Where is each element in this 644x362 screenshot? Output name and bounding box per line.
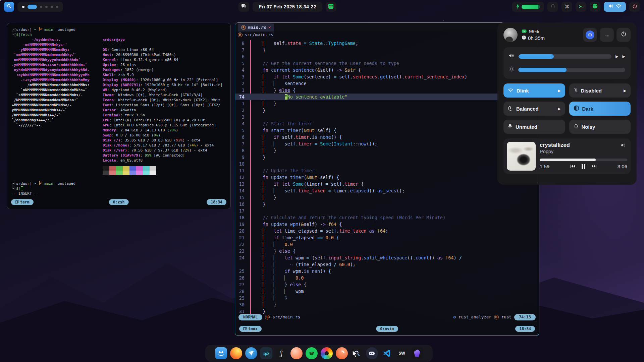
messages-button[interactable] <box>238 2 249 12</box>
code-line[interactable]: 8 ▏ } <box>235 147 539 154</box>
launcher-button[interactable] <box>4 2 14 12</box>
workspace-dot-1[interactable] <box>22 6 24 8</box>
dock-app-spotify[interactable] <box>306 347 318 359</box>
dock-app-discord[interactable] <box>366 347 378 359</box>
prompt-line-4[interactable]: └[$] <box>12 186 75 191</box>
code-line[interactable]: 6 <box>235 53 539 60</box>
toggle-microphone[interactable]: Unmuted <box>503 120 565 134</box>
code-line[interactable]: 9 } <box>235 154 539 161</box>
code-line[interactable]: 10 <box>235 161 539 167</box>
tab-main-rs[interactable]: R main.rs × <box>238 23 274 32</box>
code-line[interactable]: 25 ▏ ▏ if wpm.is_nan() { <box>235 268 539 275</box>
code-line[interactable]: 17 <box>235 207 539 214</box>
dock-app-thunderbird[interactable] <box>245 347 257 359</box>
sound-network-button[interactable] <box>604 2 626 12</box>
toggle-bluetooth[interactable]: Disabled ▶ <box>569 83 631 98</box>
avatar[interactable] <box>503 28 518 42</box>
code-line[interactable]: 3 <box>235 114 539 120</box>
player-output-icon[interactable] <box>621 142 626 148</box>
next-track-button[interactable] <box>591 164 597 169</box>
code-line[interactable]: 5 fn start_timer(&mut self) { <box>235 127 539 134</box>
code-line[interactable]: 8 ▏ self.state = State::TypingGame; <box>235 40 539 47</box>
code-line[interactable]: 26 ▏ ▏ ▏ 0.0 <box>235 275 539 281</box>
code-line[interactable]: 1 ▏ } <box>235 100 539 107</box>
code-line[interactable]: 5 // Get the current sentence the user n… <box>235 60 539 67</box>
code-line[interactable]: 28 ▏ ▏ ▏ wpm <box>235 288 539 295</box>
dock-app-curve-app[interactable]: ʃ <box>275 347 287 359</box>
code-line[interactable]: 15 ▏ } <box>235 194 539 201</box>
chevron-right-icon[interactable]: ▶ <box>558 89 561 93</box>
screenshot-button[interactable]: ✂ <box>576 2 586 12</box>
volume-app-chevron[interactable]: ▶ <box>623 54 625 59</box>
chevron-right-icon[interactable]: ▶ <box>558 107 561 111</box>
settings-button[interactable]: ⚙ <box>583 28 597 42</box>
code-line[interactable]: 30 ▏ } <box>235 301 539 308</box>
tmux-session-right[interactable]: tmux <box>239 326 262 332</box>
dock-app-files[interactable] <box>215 347 227 359</box>
toggle-theme[interactable]: Dark <box>569 102 631 116</box>
battery-indicator[interactable] <box>512 2 544 12</box>
terminal-window-fetch[interactable]: ┌[srdusr] ~ main -unstaged └[$]fetch -/o… <box>7 23 231 209</box>
code-line[interactable]: 11 // Update the timer <box>235 167 539 174</box>
code-line[interactable]: 2 } <box>235 107 539 114</box>
dock-app-sw-app[interactable]: $W <box>396 347 408 359</box>
volume-slider[interactable] <box>519 54 611 59</box>
workspace-dot-4[interactable] <box>45 6 48 8</box>
tmux-window-right[interactable]: 0:nvim <box>376 326 398 332</box>
chevron-right-icon[interactable]: ▶ <box>624 89 626 93</box>
code-line[interactable]: 3 ▏ if let Some(sentence) = self.sentenc… <box>235 73 539 80</box>
spotify-notification-button[interactable] <box>326 2 336 12</box>
code-buffer[interactable]: 8 ▏ self.state = State::TypingGame;7 }65… <box>235 38 539 315</box>
workspace-dot-6[interactable] <box>56 6 58 8</box>
code-line[interactable]: 1 ▏ } else { <box>235 87 539 94</box>
tab-close-icon[interactable]: × <box>268 24 271 31</box>
code-line[interactable]: 21 ▏ if time_elapsed == 0.0 { <box>235 234 539 241</box>
power-button[interactable] <box>629 2 640 12</box>
power-menu-button[interactable] <box>616 28 631 42</box>
code-line-current[interactable]: 74 "No sentence available" <box>235 94 539 100</box>
code-line[interactable]: 7 } <box>235 47 539 53</box>
code-line[interactable]: 16 } <box>235 201 539 207</box>
tmux-session-left[interactable]: term <box>11 199 34 205</box>
code-line[interactable]: 22 ▏ ▏ 0.0 <box>235 241 539 248</box>
volume-output-chevron[interactable]: ▶ <box>615 54 618 59</box>
dock-app-zen-browser[interactable] <box>336 347 348 359</box>
spotify-tray-button[interactable] <box>590 2 600 12</box>
dock-app-color-wheel[interactable] <box>321 347 333 359</box>
code-line[interactable]: 12 fn update_timer(&mut self) { <box>235 174 539 181</box>
logout-button[interactable]: → <box>600 28 614 42</box>
code-line[interactable]: 4 fn current_sentence(&self) -> &str { <box>235 67 539 73</box>
code-line[interactable]: 18 // Calculate and return the current t… <box>235 214 539 221</box>
toggle-notifications[interactable]: Noisy <box>569 120 631 134</box>
toggle-power-profile[interactable]: Balanced ▶ <box>503 102 565 116</box>
code-line[interactable]: 23 ▏ } else { <box>235 248 539 254</box>
previous-track-button[interactable] <box>570 164 576 169</box>
dock-app-obsidian[interactable] <box>411 347 423 359</box>
workspace-dot-5[interactable] <box>51 6 53 8</box>
pause-button[interactable] <box>582 164 585 169</box>
dock-app-qbittorrent[interactable]: qb <box>260 347 272 359</box>
toggle-network[interactable]: Dlink ▶ <box>503 83 565 98</box>
code-line[interactable]: 20 ▏ let time_elapsed = self.time_taken … <box>235 228 539 234</box>
command-key-button[interactable]: ⌘ <box>561 2 572 12</box>
dock-app-vscode[interactable] <box>381 347 393 359</box>
brightness-slider[interactable] <box>518 68 625 72</box>
code-line[interactable]: 27 ▏ ▏ } else { <box>235 281 539 288</box>
tmux-window-left[interactable]: 0:zsh <box>109 199 129 205</box>
workspace-active[interactable] <box>28 5 37 9</box>
code-line[interactable]: 13 ▏ if let Some(timer) = self.timer { <box>235 181 539 187</box>
code-line[interactable]: ▏ ▏ ↪ (time_elapsed / 60.0); <box>235 261 539 268</box>
album-art[interactable] <box>507 142 536 171</box>
notification-mode-button[interactable] <box>547 2 558 12</box>
workspace-indicator[interactable] <box>17 2 63 12</box>
terminal-window-nvim[interactable]: R main.rs × R src/main.rs 8 ▏ self.state… <box>235 22 539 336</box>
code-line[interactable]: 24 ▏ ▏ let wpm = (self.input_string.spli… <box>235 254 539 261</box>
code-line[interactable]: 4 // Start the timer <box>235 120 539 127</box>
code-line[interactable]: 29 ▏ ▏ } <box>235 295 539 301</box>
dock-app-peach-app[interactable] <box>290 347 303 359</box>
dock-app-firefox[interactable] <box>230 347 242 359</box>
code-line[interactable]: 7 ▏ ▏ self.timer = Some(Instant::now()); <box>235 140 539 147</box>
code-line[interactable]: 14 ▏ ▏ self.time_taken = timer.elapsed()… <box>235 187 539 194</box>
code-line[interactable]: 2 ▏ ▏ sentence <box>235 80 539 87</box>
code-line[interactable]: 6 ▏ if self.timer.is_none() { <box>235 134 539 140</box>
